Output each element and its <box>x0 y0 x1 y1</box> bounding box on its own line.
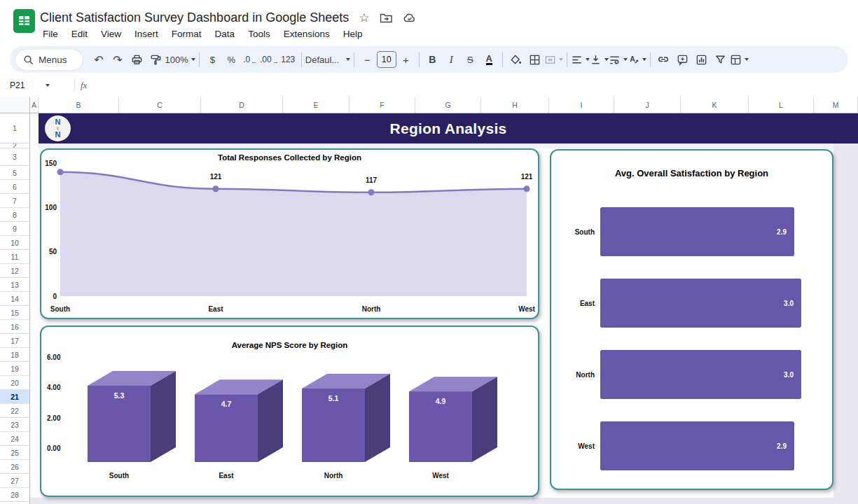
insert-chart-button[interactable] <box>692 50 711 69</box>
svg-text:121: 121 <box>210 173 222 181</box>
google-sheets-app: Client Satisfaction Survey Dashboard in … <box>0 0 858 504</box>
column-header-J[interactable]: J <box>614 97 681 113</box>
row-header-13[interactable]: 13 <box>0 278 29 292</box>
menu-item-edit[interactable]: Edit <box>67 27 92 41</box>
menu-item-file[interactable]: File <box>39 27 62 41</box>
chart-avg-satisfaction[interactable]: Avg. Overall Satisfaction by Region Sout… <box>550 149 833 490</box>
font-size-input[interactable]: 10 <box>377 51 396 68</box>
row-header-25[interactable]: 25 <box>0 446 29 460</box>
row-header-22[interactable]: 22 <box>0 404 29 418</box>
text-wrap-button[interactable] <box>609 50 628 69</box>
menu-item-data[interactable]: Data <box>211 27 240 41</box>
insert-link-button[interactable] <box>654 50 673 69</box>
row-header-9[interactable]: 9 <box>0 222 29 236</box>
cloud-saved-icon[interactable] <box>403 13 417 23</box>
row-header-10[interactable]: 10 <box>0 236 29 250</box>
move-folder-icon[interactable] <box>380 13 393 24</box>
insert-comment-button[interactable] <box>673 50 692 69</box>
decrease-font-size-button[interactable]: − <box>358 50 377 69</box>
menu-item-format[interactable]: Format <box>167 27 206 41</box>
menu-item-view[interactable]: View <box>97 27 125 41</box>
text-rotation-button[interactable]: A <box>628 50 646 69</box>
row-header-28[interactable]: 28 <box>0 488 29 502</box>
number-format-button[interactable]: 123 <box>279 50 298 69</box>
print-button[interactable] <box>127 50 146 69</box>
row-header-21[interactable]: 21 <box>0 390 29 404</box>
format-percent-button[interactable]: % <box>222 50 241 69</box>
sheet-grid[interactable]: N t N Region Analysis Total Responses Co… <box>30 113 858 504</box>
row-header-26[interactable]: 26 <box>0 460 29 474</box>
row-header-27[interactable]: 27 <box>0 474 29 488</box>
row-header-1[interactable]: 1 <box>0 113 29 144</box>
column-header-C[interactable]: C <box>119 97 201 113</box>
horizontal-align-button[interactable] <box>571 50 590 69</box>
undo-button[interactable]: ↶ <box>90 50 109 69</box>
row-header-6[interactable]: 6 <box>0 180 29 194</box>
bar-West: 2.9 <box>600 421 794 470</box>
row-header-16[interactable]: 16 <box>0 320 29 334</box>
menus-search-label: Menus <box>39 55 67 65</box>
increase-decimal-button[interactable]: .00→ <box>260 50 279 69</box>
table-views-button[interactable] <box>730 50 749 69</box>
increase-font-size-button[interactable]: + <box>396 50 415 69</box>
menu-item-insert[interactable]: Insert <box>130 27 162 41</box>
column-header-L[interactable]: L <box>749 97 814 113</box>
redo-button[interactable]: ↷ <box>109 50 127 69</box>
row-header-18[interactable]: 18 <box>0 348 29 362</box>
svg-text:0: 0 <box>53 293 57 300</box>
vertical-align-button[interactable] <box>590 50 609 69</box>
row-header-19[interactable]: 19 <box>0 362 29 376</box>
column-header-I[interactable]: I <box>549 97 614 113</box>
font-select[interactable]: Defaul... <box>305 50 350 69</box>
filter-button[interactable] <box>711 50 730 69</box>
row-header-3[interactable]: 3 <box>0 148 29 166</box>
formula-bar: P21 fx <box>0 73 858 98</box>
svg-text:121: 121 <box>521 173 533 181</box>
row-header-15[interactable]: 15 <box>0 306 29 320</box>
background-bottom <box>30 498 858 504</box>
borders-button[interactable] <box>525 50 544 69</box>
row-header-8[interactable]: 8 <box>0 208 29 222</box>
document-title[interactable]: Client Satisfaction Survey Dashboard in … <box>40 10 349 25</box>
row-header-7[interactable]: 7 <box>0 194 29 208</box>
format-currency-button[interactable]: $ <box>203 50 222 69</box>
row-header-23[interactable]: 23 <box>0 418 29 432</box>
text-color-button[interactable]: A <box>480 50 499 69</box>
column-header-E[interactable]: E <box>283 97 350 113</box>
decrease-decimal-button[interactable]: .0← <box>241 50 260 69</box>
row-header-5[interactable]: 5 <box>0 166 29 180</box>
sheets-logo-icon[interactable] <box>13 9 35 33</box>
chart-average-nps[interactable]: Average NPS Score by Region 6.004.002.00… <box>40 326 539 497</box>
star-icon[interactable]: ☆ <box>359 10 369 25</box>
row-header-12[interactable]: 12 <box>0 264 29 278</box>
row-header-2[interactable]: 2 <box>0 144 29 148</box>
menu-item-extensions[interactable]: Extensions <box>279 27 334 41</box>
column-header-M[interactable]: M <box>814 97 858 113</box>
row-header-17[interactable]: 17 <box>0 334 29 348</box>
italic-button[interactable]: I <box>442 50 461 69</box>
paint-format-button[interactable] <box>146 50 165 69</box>
menu-item-tools[interactable]: Tools <box>244 27 275 41</box>
column-header-K[interactable]: K <box>681 97 749 113</box>
strikethrough-button[interactable]: S <box>461 50 480 69</box>
zoom-select[interactable]: 100% <box>165 50 195 69</box>
name-box[interactable]: P21 <box>0 80 69 90</box>
row-header-11[interactable]: 11 <box>0 250 29 264</box>
chart-total-responses[interactable]: Total Responses Collected by Region 1211… <box>40 148 539 319</box>
svg-text:North: North <box>324 472 343 479</box>
bold-button[interactable]: B <box>423 50 442 69</box>
menus-search[interactable]: Menus <box>15 50 83 70</box>
select-all-corner[interactable] <box>0 97 30 113</box>
row-header-14[interactable]: 14 <box>0 292 29 306</box>
column-header-H[interactable]: H <box>481 97 549 113</box>
column-header-F[interactable]: F <box>350 97 415 113</box>
column-header-D[interactable]: D <box>201 97 283 113</box>
menu-item-help[interactable]: Help <box>339 27 367 41</box>
column-header-A[interactable]: A <box>30 97 39 113</box>
svg-text:South: South <box>50 305 70 313</box>
row-header-20[interactable]: 20 <box>0 376 29 390</box>
column-header-B[interactable]: B <box>39 97 119 113</box>
row-header-24[interactable]: 24 <box>0 432 29 446</box>
fill-color-button[interactable] <box>506 50 525 69</box>
column-header-G[interactable]: G <box>415 97 481 113</box>
